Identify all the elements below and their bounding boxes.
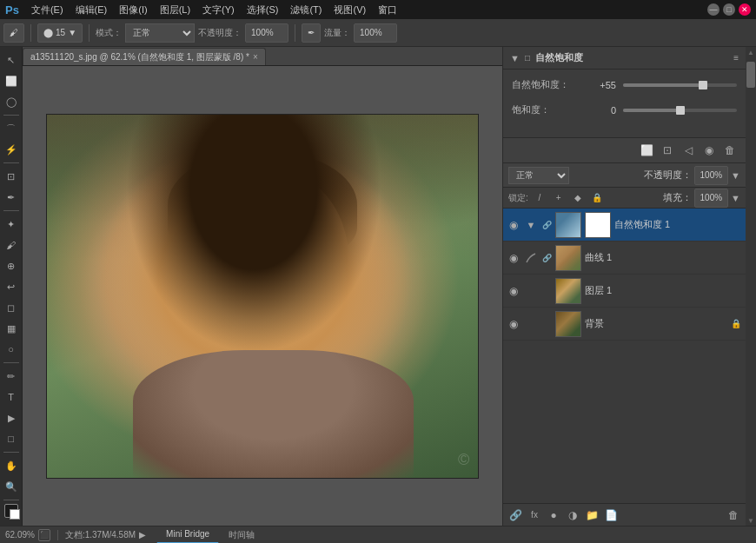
eye-icon-btn[interactable]: ◉ [700,142,718,159]
brush-size-btn[interactable]: ⬤ 15 ▼ [37,23,83,43]
opacity-dropdown-icon[interactable]: ▼ [731,170,740,181]
tool-crop[interactable]: ⊡ [2,167,21,186]
layer-visibility-toggle[interactable]: ◉ [507,317,521,331]
tool-move[interactable]: ↖ [2,50,21,70]
saturation-row: 饱和度： 0 [512,103,737,116]
close-button[interactable]: ✕ [739,3,751,16]
window-controls[interactable]: — □ ✕ [707,3,751,16]
layer-opacity-input[interactable]: 100% [694,166,729,185]
vibrance-thumb[interactable] [699,81,707,89]
menu-view[interactable]: 视图(V) [328,2,371,18]
fx-btn[interactable]: fx [526,507,543,524]
lock-pixels-btn[interactable]: / [532,190,547,206]
tool-heal[interactable]: ✦ [2,215,21,234]
maximize-button[interactable]: □ [723,3,735,16]
scroll-down-arrow[interactable]: ▼ [746,515,756,526]
fill-dropdown-icon[interactable]: ▼ [731,193,740,203]
canvas-viewport[interactable]: © [23,66,502,526]
saturation-slider[interactable] [623,104,737,116]
tool-dodge[interactable]: ○ [2,340,21,359]
document-info: 文档:1.37M/4.58M [65,529,136,541]
link-layers-btn[interactable]: 🔗 [507,507,524,524]
opacity-input[interactable]: 100% [245,23,288,43]
menu-filter[interactable]: 滤镜(T) [285,2,327,18]
tool-marquee-ellipse[interactable]: ◯ [2,92,21,111]
menu-bar[interactable]: 文件(E) 编辑(E) 图像(I) 图层(L) 文字(Y) 选择(S) 滤镜(T… [26,2,402,18]
properties-panel: ▼ □ 自然饱和度 ≡ 自然饱和度： +55 饱和度： [503,47,746,163]
mode-select[interactable]: 正常 [125,23,195,43]
layer-item[interactable]: ◉ 背景 🔒 [503,308,746,341]
menu-text[interactable]: 文字(Y) [197,2,240,18]
properties-collapse-icon[interactable]: ▼ [510,53,520,63]
layer-link-icon[interactable]: 🔗 [541,253,552,263]
toolbar-sep-2 [89,24,90,42]
tool-marquee-rect[interactable]: ⬜ [2,71,21,90]
clip-icon-btn[interactable]: ⊡ [659,142,676,159]
doc-info-arrow[interactable]: ▶ [139,530,146,540]
mode-label: 模式： [96,27,122,39]
tool-wand[interactable]: ⚡ [2,140,21,159]
mask-icon-btn[interactable]: ⬜ [638,142,655,159]
saturation-thumb[interactable] [676,106,685,115]
mini-bridge-tab[interactable]: Mini Bridge [156,526,219,544]
menu-layer[interactable]: 图层(L) [155,2,196,18]
trash-icon-btn[interactable]: 🗑 [721,142,739,159]
minimize-button[interactable]: — [707,3,720,16]
tool-history-brush[interactable]: ↩ [2,277,21,296]
layer-link-icon[interactable]: 🔗 [541,220,552,230]
add-mask-btn[interactable]: ● [545,507,562,524]
status-sep [57,530,58,540]
brush-tool-btn[interactable]: 🖌 [3,23,24,43]
new-adjustment-btn[interactable]: ◑ [564,507,581,524]
delete-layer-btn[interactable]: 🗑 [725,507,742,524]
menu-edit[interactable]: 编辑(E) [70,2,113,18]
lock-pos-btn[interactable]: + [551,190,567,206]
tool-eraser[interactable]: ◻ [2,298,21,317]
layer-visibility-toggle[interactable]: ◉ [507,251,521,265]
scroll-thumb[interactable] [746,62,755,88]
tool-brush[interactable]: 🖌 [2,235,21,255]
tool-text[interactable]: T [2,387,21,407]
right-scrollbar[interactable]: ▲ ▼ [746,47,756,526]
tool-path-select[interactable]: ▶ [2,408,21,427]
scroll-track[interactable] [746,57,756,515]
tool-zoom[interactable]: 🔍 [2,477,21,496]
prev-icon-btn[interactable]: ◁ [680,142,697,159]
new-folder-btn[interactable]: 📁 [583,507,600,524]
menu-select[interactable]: 选择(S) [242,2,284,18]
flow-input[interactable]: 100% [354,23,397,43]
toolbar-sep-1 [30,24,31,42]
pressure-btn[interactable]: ✒ [302,23,321,43]
properties-scroll-arrow[interactable]: ≡ [733,53,739,63]
tool-eyedropper[interactable]: ✒ [2,188,21,207]
tool-lasso[interactable]: ⌒ [2,119,21,138]
scroll-up-arrow[interactable]: ▲ [746,47,756,57]
layer-fill-input[interactable]: 100% [694,189,729,208]
menu-image[interactable]: 图像(I) [114,2,152,18]
tool-stamp[interactable]: ⊕ [2,256,21,275]
tool-pen[interactable]: ✏ [2,367,21,386]
tool-gradient[interactable]: ▦ [2,319,21,338]
vibrance-slider[interactable] [623,79,737,91]
lock-all-btn[interactable]: 🔒 [589,190,605,206]
tool-hand[interactable]: ✋ [2,456,21,475]
lock-artboard-btn[interactable]: ◆ [570,190,586,206]
new-layer-btn[interactable]: 📄 [602,507,620,524]
menu-window[interactable]: 窗口 [373,2,402,18]
fill-group: 填充： 100% ▼ [663,189,740,208]
opacity-label: 不透明度： [198,27,242,39]
timeline-tab[interactable]: 时间轴 [219,526,264,544]
tool-shape[interactable]: □ [2,429,21,448]
layer-item[interactable]: ◉ ▼ 🔗 自然饱和度 1 [503,209,746,242]
menu-file[interactable]: 文件(E) [26,2,69,18]
blend-mode-select[interactable]: 正常 [508,167,569,184]
document-tab[interactable]: a13511120_s.jpg @ 62.1% (自然饱和度 1, 图层蒙版 /… [23,48,266,65]
document-tab-close[interactable]: × [253,52,258,62]
foreground-color[interactable] [4,504,18,518]
layer-visibility-toggle[interactable]: ◉ [507,284,521,298]
left-tool-sep-4 [3,362,19,363]
layer-link-placeholder [541,286,552,296]
layer-item[interactable]: ◉ 图层 1 [503,275,746,308]
layer-item[interactable]: ◉ 🔗 曲线 1 [503,242,746,275]
layer-visibility-toggle[interactable]: ◉ [507,218,521,232]
